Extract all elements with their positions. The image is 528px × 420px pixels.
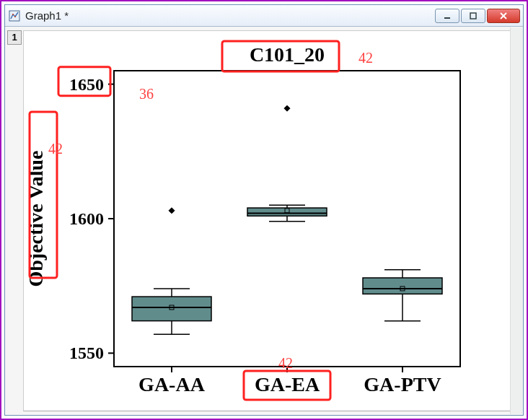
close-button[interactable] bbox=[487, 9, 520, 23]
annotation-ylabel: 42 bbox=[48, 141, 63, 157]
svg-point-2 bbox=[14, 16, 16, 17]
minimize-button[interactable] bbox=[435, 9, 459, 23]
window-controls bbox=[434, 9, 520, 23]
app-icon bbox=[8, 9, 21, 22]
x-tick-label: GA-EA bbox=[255, 373, 320, 395]
content-area: 1 C101_20155016001650Objective ValueGA-A… bbox=[5, 27, 523, 415]
y-tick-label: 1600 bbox=[69, 209, 104, 228]
maximize-button[interactable] bbox=[461, 9, 485, 23]
annotation-title: 42 bbox=[358, 50, 373, 66]
x-tick-label: GA-PTV bbox=[364, 373, 441, 395]
svg-rect-4 bbox=[470, 13, 476, 19]
y-tick-label: 1550 bbox=[69, 344, 104, 362]
box bbox=[363, 278, 442, 294]
chart-title: C101_20 bbox=[250, 43, 325, 66]
layer-tab[interactable]: 1 bbox=[7, 30, 22, 45]
annotation-ytick: 36 bbox=[139, 86, 154, 102]
chart-canvas[interactable]: C101_20155016001650Objective ValueGA-AAG… bbox=[23, 30, 516, 411]
x-tick-label: GA-AA bbox=[138, 373, 206, 395]
chart-svg: C101_20155016001650Objective ValueGA-AAG… bbox=[24, 31, 514, 414]
vertical-scrollbar[interactable] bbox=[510, 27, 523, 414]
box bbox=[247, 208, 327, 216]
svg-point-1 bbox=[12, 14, 14, 15]
y-tick-label: 1650 bbox=[69, 75, 104, 94]
box bbox=[132, 297, 211, 321]
y-axis-label: Objective Value bbox=[25, 151, 47, 287]
graph-window: Graph1 * 1 C101_20155016001650Objective … bbox=[4, 4, 524, 416]
window-title: Graph1 * bbox=[25, 9, 434, 22]
titlebar[interactable]: Graph1 * bbox=[5, 5, 523, 27]
annotation-xtick: 42 bbox=[278, 355, 293, 371]
